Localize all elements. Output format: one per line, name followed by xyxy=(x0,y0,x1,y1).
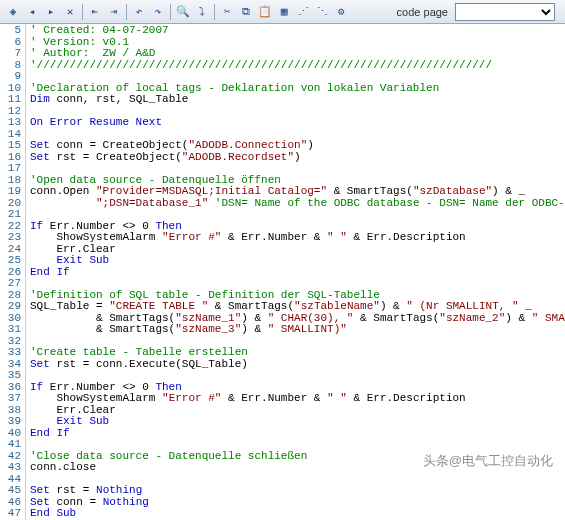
line-number: 19 xyxy=(0,186,25,198)
indent-icon[interactable]: ⇥ xyxy=(105,3,123,21)
code-line[interactable]: Dim conn, rst, SQL_Table xyxy=(30,94,565,106)
line-number: 25 xyxy=(0,255,25,267)
cut-icon[interactable]: ✂ xyxy=(218,3,236,21)
line-number: 43 xyxy=(0,462,25,474)
line-number: 29 xyxy=(0,301,25,313)
bookmark-clear-icon[interactable]: ✕ xyxy=(61,3,79,21)
code-line[interactable]: Err.Clear xyxy=(30,405,565,417)
line-number: 15 xyxy=(0,140,25,152)
codepage-select[interactable] xyxy=(455,3,555,21)
code-line[interactable]: conn.close xyxy=(30,462,565,474)
line-number: 41 xyxy=(0,439,25,451)
line-number: 7 xyxy=(0,48,25,60)
copy-icon[interactable]: ⧉ xyxy=(237,3,255,21)
code-line[interactable]: Set rst = conn.Execute(SQL_Table) xyxy=(30,359,565,371)
line-number: 13 xyxy=(0,117,25,129)
line-number: 39 xyxy=(0,416,25,428)
line-number: 45 xyxy=(0,485,25,497)
line-number: 35 xyxy=(0,370,25,382)
line-number: 31 xyxy=(0,324,25,336)
line-number: 23 xyxy=(0,232,25,244)
line-number: 8 xyxy=(0,60,25,72)
toolbar: ◈ ◂ ▸ ✕ ⇤ ⇥ ↶ ↷ 🔍 ⤵ ✂ ⧉ 📋 ▦ ⋰ ⋱ ⚙ code p… xyxy=(0,0,565,24)
redo-icon[interactable]: ↷ xyxy=(149,3,167,21)
comment-icon[interactable]: ⋰ xyxy=(294,3,312,21)
tools-icon[interactable]: ⚙ xyxy=(332,3,350,21)
find-icon[interactable]: 🔍 xyxy=(174,3,192,21)
undo-icon[interactable]: ↶ xyxy=(130,3,148,21)
line-number: 37 xyxy=(0,393,25,405)
line-number: 27 xyxy=(0,278,25,290)
code-line[interactable]: Err.Clear xyxy=(30,244,565,256)
bookmark-next-icon[interactable]: ▸ xyxy=(42,3,60,21)
code-line[interactable]: & SmartTags("szName_3") & " SMALLINT)" xyxy=(30,324,565,336)
code-line[interactable]: Set rst = CreateObject("ADODB.Recordset"… xyxy=(30,152,565,164)
code-area[interactable]: ' Created: 04-07-2007' Version: v0.1' Au… xyxy=(26,24,565,520)
line-number: 9 xyxy=(0,71,25,83)
select-all-icon[interactable]: ▦ xyxy=(275,3,293,21)
line-number: 17 xyxy=(0,163,25,175)
code-editor[interactable]: 5678910111213141516171819202122232425262… xyxy=(0,24,565,520)
codepage-label: code page xyxy=(397,6,448,18)
code-line[interactable]: End If xyxy=(30,428,565,440)
code-line[interactable]: Set conn = Nothing xyxy=(30,497,565,509)
code-line[interactable]: Exit Sub xyxy=(30,416,565,428)
code-line[interactable]: ";DSN=Database_1" 'DSN= Name of the ODBC… xyxy=(30,198,565,210)
uncomment-icon[interactable]: ⋱ xyxy=(313,3,331,21)
line-number: 33 xyxy=(0,347,25,359)
paste-icon[interactable]: 📋 xyxy=(256,3,274,21)
code-line[interactable]: On Error Resume Next xyxy=(30,117,565,129)
code-line[interactable]: '///////////////////////////////////////… xyxy=(30,60,565,72)
code-line[interactable]: End Sub xyxy=(30,508,565,520)
code-line[interactable]: Exit Sub xyxy=(30,255,565,267)
line-number: 11 xyxy=(0,94,25,106)
line-number: 5 xyxy=(0,25,25,37)
line-number-gutter: 5678910111213141516171819202122232425262… xyxy=(0,24,26,520)
line-number: 6 xyxy=(0,37,25,49)
code-line[interactable]: 'Close data source - Datenquelle schließ… xyxy=(30,451,565,463)
bookmark-prev-icon[interactable]: ◂ xyxy=(23,3,41,21)
code-line[interactable]: End If xyxy=(30,267,565,279)
bookmark-toggle-icon[interactable]: ◈ xyxy=(4,3,22,21)
replace-icon[interactable]: ⤵ xyxy=(193,3,211,21)
line-number: 47 xyxy=(0,508,25,520)
outdent-icon[interactable]: ⇤ xyxy=(86,3,104,21)
line-number: 21 xyxy=(0,209,25,221)
